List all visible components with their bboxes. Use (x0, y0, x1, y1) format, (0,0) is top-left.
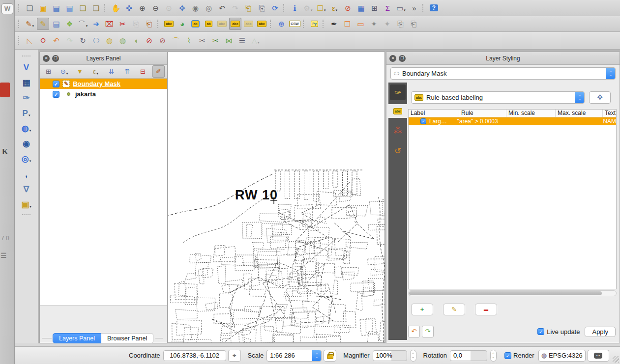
coordinate-input[interactable] (163, 350, 226, 361)
delete-ring-button[interactable]: ⊘ (143, 34, 155, 47)
osm-wand-button[interactable]: ✦ (381, 18, 393, 30)
add-feature-button[interactable]: ❖ (63, 18, 76, 30)
deselect-all-button[interactable]: ⊘ (342, 2, 354, 14)
expand-all-button[interactable]: ⇊ (105, 65, 118, 78)
labels-tab-button[interactable]: abc (388, 104, 407, 118)
apply-button[interactable]: Apply (585, 327, 616, 337)
identify-features-button[interactable]: ℹ (289, 2, 301, 14)
save-project-as-button[interactable]: ▤ (63, 2, 76, 14)
metasearch-button[interactable]: ⊛ (275, 18, 288, 30)
detach-icon[interactable]: ❐ (52, 55, 59, 62)
add-spatialite-layer-button[interactable]: ✑ (20, 92, 32, 104)
add-virtual-layer-button[interactable]: ∇ (20, 183, 32, 196)
zoom-to-selection-button[interactable]: ◉ (189, 2, 202, 14)
python-console-button[interactable]: Py (308, 18, 321, 30)
zoom-last-button[interactable]: ↶ (216, 2, 228, 14)
reshape-features-button[interactable]: ⌇ (183, 34, 195, 47)
rotation-stepper[interactable]: ⌃⌄ (490, 350, 497, 362)
add-part-button[interactable]: ◍ (117, 34, 129, 47)
render-checkbox[interactable]: ✓ (504, 352, 511, 359)
statistics-panel-button[interactable]: Σ (382, 2, 394, 14)
combo-stepper-icon[interactable]: ⌃⌄ (575, 92, 584, 103)
automated-placement-button[interactable]: ✥ (589, 91, 611, 104)
add-delimited-text-layer-button[interactable]: , (20, 168, 32, 180)
osm-download-button[interactable]: ⎘ (394, 18, 407, 30)
pan-to-selection-button[interactable]: ✜ (123, 2, 135, 14)
add-wcs-layer-button[interactable]: ◉ (20, 138, 32, 150)
split-parts-button[interactable]: ✂ (209, 34, 222, 47)
layer-item-boundary-mask[interactable]: ✓ ✎ Boundary Mask (40, 79, 167, 89)
add-ring-button[interactable]: ◍ (103, 34, 116, 47)
cut-features-button[interactable]: ✂ (117, 18, 129, 30)
remove-layer-group-button[interactable]: ⊟ (137, 65, 149, 78)
resize-grip[interactable] (613, 356, 619, 363)
toolbar-overflow-button[interactable]: » (408, 2, 420, 14)
add-rule-button[interactable]: + (411, 304, 433, 315)
combo-stepper-icon[interactable]: ⌃⌄ (312, 350, 321, 361)
zoom-out-button[interactable]: ⊖ (149, 2, 162, 14)
zoom-in-button[interactable]: ⊕ (136, 2, 148, 14)
rule-row[interactable]: ✓ Larg… "area" > 0.0003 NAM (409, 117, 616, 125)
magnifier-spinbox[interactable] (373, 350, 407, 361)
add-postgis-layer-button[interactable]: P▾ (20, 107, 32, 119)
undo-button[interactable]: ↶ (50, 34, 62, 47)
delete-selected-button[interactable]: ⌧ (103, 18, 116, 30)
tab-layers-panel[interactable]: Layers Panel (53, 333, 101, 343)
osm-import-button[interactable]: ⎗ (408, 18, 420, 30)
open-layer-styling-button[interactable]: ✐ (152, 65, 165, 78)
pin-labels-button[interactable]: ab (189, 18, 202, 30)
rotation-input[interactable] (450, 351, 487, 361)
layer-checkbox[interactable]: ✓ (53, 91, 59, 98)
filter-by-expression-button[interactable]: ε▾ (89, 65, 102, 78)
column-rule[interactable]: Rule (459, 110, 506, 117)
change-label-button[interactable]: abc (256, 18, 268, 30)
refresh-map-button[interactable]: ⟳ (269, 2, 281, 14)
simplify-feature-button[interactable]: ⎔ (90, 34, 102, 47)
column-text[interactable]: Text (603, 110, 616, 117)
lock-scale-button[interactable] (324, 350, 336, 362)
csw-search-button[interactable]: CSW (289, 18, 301, 30)
add-group-button[interactable]: ⊞ (42, 65, 55, 78)
annotation-nib-button[interactable]: ✒ (328, 18, 340, 30)
labeling-rules-table[interactable]: Label Rule Min. scale Max. scale Text ✓ … (408, 109, 617, 289)
add-wfs-layer-button[interactable]: ◎▾ (20, 153, 32, 165)
column-max-scale[interactable]: Max. scale (556, 110, 603, 117)
scale-combo[interactable]: 1:66 286 ⌃⌄ (266, 350, 322, 362)
redo-style-button[interactable]: ↷ (422, 326, 434, 337)
new-project-button[interactable]: ❏ (24, 2, 36, 14)
merge-attributes-button[interactable]: ☰ (236, 34, 248, 47)
close-icon[interactable]: ✕ (389, 55, 396, 62)
osm-place-search-button[interactable]: ✦ (368, 18, 380, 30)
measure-button[interactable]: ▭▾ (395, 2, 407, 14)
move-label-button[interactable]: abc (229, 18, 241, 30)
remove-rule-button[interactable]: ▬ (475, 304, 497, 315)
labeling-mode-combo[interactable]: abc Rule-based labeling ⌃⌄ (411, 91, 585, 104)
show-bookmarks-button[interactable]: ⎘ (256, 2, 268, 14)
save-project-button[interactable]: ▤ (50, 2, 62, 14)
cad-tools-button[interactable]: ◺ (24, 34, 36, 47)
symbology-tab-button[interactable]: ✑ (390, 84, 406, 100)
snapping-options-button[interactable]: Ω (37, 34, 49, 47)
filter-legend-button[interactable]: ▼ (74, 65, 86, 78)
layer-select-combo[interactable]: ⬭ Boundary Mask ⌃⌄ (390, 67, 616, 80)
manage-layer-visibility-button[interactable]: ⊙▾ (58, 65, 70, 78)
column-min-scale[interactable]: Min. scale (506, 110, 556, 117)
new-print-layout-button[interactable]: ❏ (77, 2, 89, 14)
move-annotation-button[interactable]: ☐ (341, 18, 354, 30)
zoom-full-button[interactable]: ✥ (176, 2, 188, 14)
zoom-to-layer-button[interactable]: ◎ (203, 2, 215, 14)
rotate-feature-button[interactable]: ↻ (77, 34, 89, 47)
map-canvas[interactable]: RW 10 (168, 52, 385, 343)
undo-style-button[interactable]: ↶ (408, 326, 420, 337)
edit-rule-button[interactable]: ✎ (443, 304, 465, 315)
save-layer-edits-button[interactable]: ▤ (50, 18, 62, 30)
magnifier-stepper[interactable]: ⌃⌄ (410, 350, 416, 362)
add-vector-layer-button[interactable]: V (20, 61, 32, 74)
current-edits-button[interactable]: ✎▾ (24, 18, 36, 30)
rule-checkbox[interactable]: ✓ (420, 118, 426, 124)
paste-features-button[interactable]: ⎗ (143, 18, 155, 30)
combo-stepper-icon[interactable]: ⌃⌄ (606, 68, 615, 79)
select-features-button[interactable]: ☐▾ (315, 2, 327, 14)
field-calculator-button[interactable]: ⊞ (368, 2, 381, 14)
help-button[interactable]: ? (428, 2, 440, 14)
